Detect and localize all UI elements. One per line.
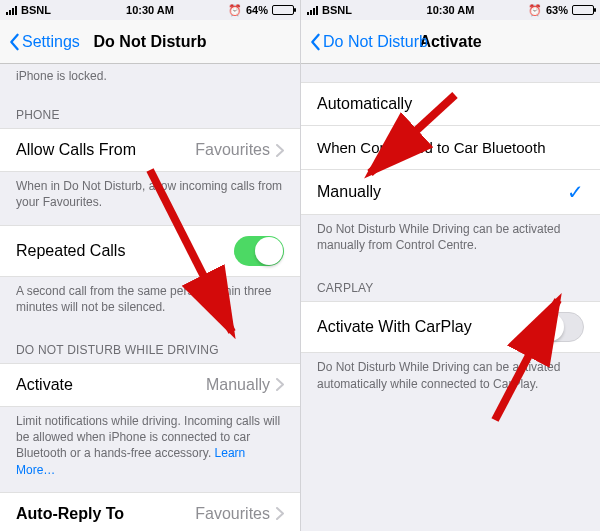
section-header-carplay: CARPLAY [301,267,600,301]
row-allow-calls-from[interactable]: Allow Calls From Favourites [0,128,300,172]
row-car-bluetooth[interactable]: When Connected to Car Bluetooth [301,126,600,170]
footer-text: Do Not Disturb While Driving can be acti… [301,215,600,267]
section-header-phone: PHONE [0,94,300,128]
chevron-right-icon [276,144,284,157]
row-repeated-calls[interactable]: Repeated Calls [0,225,300,277]
chevron-left-icon [309,33,321,51]
row-value: Favourites [195,141,270,159]
chevron-right-icon [276,507,284,520]
back-button[interactable]: Settings [4,20,84,63]
screen-activate: BSNL 10:30 AM ⏰ 63% Do Not Disturb Activ… [300,0,600,531]
row-label: Repeated Calls [16,242,125,260]
row-automatically[interactable]: Automatically [301,82,600,126]
back-label: Settings [22,33,80,51]
section-header-dnd-driving: DO NOT DISTURB WHILE DRIVING [0,329,300,363]
row-label: Activate With CarPlay [317,318,472,336]
screen-do-not-disturb: BSNL 10:30 AM ⏰ 64% Settings Do Not Dist… [0,0,300,531]
row-label: When Connected to Car Bluetooth [317,139,545,156]
back-label: Do Not Disturb [323,33,428,51]
row-auto-reply-to[interactable]: Auto-Reply To Favourites [0,492,300,531]
battery-icon [272,5,294,15]
footer-text: Limit notifications while driving. Incom… [0,407,300,492]
checkmark-icon: ✓ [567,180,584,204]
status-time: 10:30 AM [301,4,600,16]
row-value: Manually [206,376,270,394]
navbar: Do Not Disturb Activate [301,20,600,64]
toggle-repeated-calls[interactable] [234,236,284,266]
row-label: Manually [317,183,381,201]
footer-text: When in Do Not Disturb, allow incoming c… [0,172,300,224]
status-time: 10:30 AM [0,4,300,16]
page-title: Do Not Disturb [94,33,207,51]
content-scroll[interactable]: iPhone is locked. PHONE Allow Calls From… [0,64,300,531]
row-label: Allow Calls From [16,141,136,159]
battery-icon [572,5,594,15]
chevron-right-icon [276,378,284,391]
row-value: Favourites [195,505,270,523]
row-activate-carplay[interactable]: Activate With CarPlay [301,301,600,353]
footer-text: iPhone is locked. [0,64,300,94]
toggle-carplay[interactable] [534,312,584,342]
row-label: Auto-Reply To [16,505,124,523]
content-scroll[interactable]: Automatically When Connected to Car Blue… [301,64,600,531]
status-bar: BSNL 10:30 AM ⏰ 64% [0,0,300,20]
back-button[interactable]: Do Not Disturb [305,20,432,63]
row-activate[interactable]: Activate Manually [0,363,300,407]
footer-text: A second call from the same person withi… [0,277,300,329]
row-label: Automatically [317,95,412,113]
footer-text: Do Not Disturb While Driving can be acti… [301,353,600,405]
navbar: Settings Do Not Disturb [0,20,300,64]
status-bar: BSNL 10:30 AM ⏰ 63% [301,0,600,20]
chevron-left-icon [8,33,20,51]
row-manually[interactable]: Manually ✓ [301,170,600,215]
row-label: Activate [16,376,73,394]
